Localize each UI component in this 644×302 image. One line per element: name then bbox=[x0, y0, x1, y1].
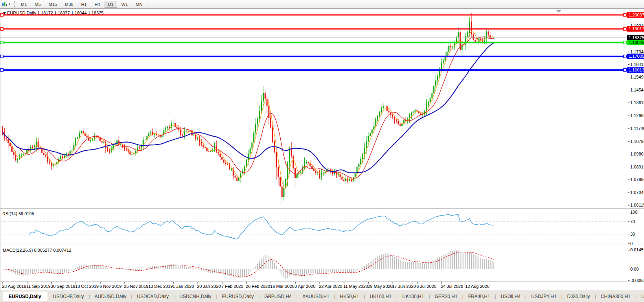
candle-body bbox=[385, 106, 386, 106]
candle-body bbox=[77, 137, 78, 139]
hline-handle[interactable] bbox=[0, 41, 3, 44]
candle-body bbox=[388, 111, 390, 112]
date-label: 17 Jun 2020 bbox=[392, 284, 416, 289]
timeframe-button-group: M1M5M15M30H1H4D1W1MN bbox=[17, 1, 146, 8]
chart-tab-fra40-h1[interactable]: FRA40,H1 bbox=[464, 292, 495, 301]
candle-body bbox=[165, 128, 166, 130]
candle-body bbox=[9, 143, 11, 146]
hline-handle[interactable] bbox=[0, 55, 3, 58]
candle-body bbox=[268, 106, 269, 118]
date-label: 3 Apr 2020 bbox=[294, 284, 315, 289]
hline-1.16013[interactable] bbox=[0, 69, 628, 71]
candle-body bbox=[471, 22, 472, 35]
date-label: 1 Jan 2020 bbox=[173, 284, 194, 289]
candle-body bbox=[39, 147, 40, 148]
hline-handle[interactable] bbox=[0, 14, 3, 16]
timeframe-button-d1[interactable]: D1 bbox=[105, 1, 117, 8]
toolbar-separator bbox=[149, 1, 149, 8]
candle-body bbox=[7, 139, 9, 143]
candle-body bbox=[182, 135, 183, 135]
chart-tab-uk100-h1[interactable]: UK100,H1 bbox=[398, 292, 428, 301]
chart-tab-usoil-h4[interactable]: USOil,H4 bbox=[497, 292, 525, 301]
candle-body bbox=[430, 98, 431, 102]
candle-body bbox=[221, 157, 223, 159]
timeframe-button-m5[interactable]: M5 bbox=[31, 1, 44, 8]
candle-body bbox=[411, 113, 412, 115]
candle-body bbox=[289, 149, 290, 163]
hline-1.19017[interactable] bbox=[0, 27, 628, 30]
hline-price-label: 1.17005 bbox=[627, 54, 644, 59]
candle-body bbox=[143, 140, 144, 145]
chart-tab-usoil-h1[interactable]: USOil,H1 bbox=[637, 292, 644, 301]
chart-type-dropdown-icon[interactable]: ▾ bbox=[9, 2, 10, 6]
timeframe-button-h4[interactable]: H4 bbox=[91, 1, 103, 8]
hline-handle[interactable] bbox=[624, 55, 626, 58]
date-label: 11 May 2020 bbox=[343, 284, 368, 289]
hline-handle[interactable] bbox=[624, 14, 626, 16]
chart-tab-hk50-h1[interactable]: HK50,H1 bbox=[336, 292, 364, 301]
toolbar-grip[interactable] bbox=[14, 1, 15, 7]
candle-body bbox=[379, 112, 380, 116]
hline-handle[interactable] bbox=[624, 41, 626, 44]
candle-body bbox=[413, 112, 414, 113]
chart-tab-gbpusd-h4[interactable]: GBPUSD,H4 bbox=[260, 292, 296, 301]
hline-price-label: 1.16013 bbox=[627, 67, 644, 73]
macd-tick-label: 0.014556 bbox=[630, 247, 644, 252]
chart-type-icon[interactable] bbox=[1, 1, 8, 7]
candle-body bbox=[381, 108, 382, 112]
chart-tab-china300-h1[interactable]: CHINA300,H1 bbox=[596, 292, 635, 301]
price-tick-label: 1.09865 bbox=[630, 152, 644, 156]
candle-body bbox=[251, 143, 252, 148]
chart-tab-bar: EURUSD,DailyUSDCHF,Daily|AUDUSD,Daily|US… bbox=[0, 291, 644, 302]
hline-handle[interactable] bbox=[0, 69, 3, 71]
timeframe-button-mn[interactable]: MN bbox=[132, 1, 146, 8]
chart-tab-dj30-daily[interactable]: DJ30,Daily bbox=[563, 292, 594, 301]
timeframe-button-h1[interactable]: H1 bbox=[77, 1, 90, 8]
date-label: 16 Mar 2020 bbox=[270, 284, 294, 289]
candle-body bbox=[109, 151, 110, 152]
hline-handle[interactable] bbox=[624, 27, 626, 30]
chart-tab-usdchf-daily[interactable]: USDCHF,Daily bbox=[49, 292, 88, 301]
hline-1.17005[interactable] bbox=[0, 55, 628, 58]
chart-tab-usdcad-daily[interactable]: USDCAD,Daily bbox=[132, 292, 173, 301]
date-label: 13 Dec 2019 bbox=[148, 284, 173, 289]
candle-body bbox=[246, 160, 247, 167]
hline-price-label-text: 1.19017 bbox=[629, 26, 644, 31]
candle-body bbox=[90, 140, 91, 141]
candle-body bbox=[308, 162, 309, 163]
candle-body bbox=[317, 173, 318, 173]
candle-body bbox=[278, 167, 279, 177]
chart-window: ▼ EURUSD,Daily 1.18172 1.18377 1.18044 1… bbox=[0, 9, 644, 291]
chart-shift-marker-icon[interactable] bbox=[556, 10, 561, 13]
timeframe-button-m30[interactable]: M30 bbox=[61, 1, 77, 8]
timeframe-button-w1[interactable]: W1 bbox=[118, 1, 132, 8]
chart-tab-audusd-daily[interactable]: AUDUSD,Daily bbox=[90, 292, 131, 301]
candle-body bbox=[103, 142, 105, 143]
chart-tab-ger30-h1[interactable]: GER30,H1 bbox=[431, 292, 462, 301]
chart-tab-usdjpy-h1[interactable]: USDJPY,H1 bbox=[527, 292, 561, 301]
chart-tab-uk100-h1[interactable]: UK100,H1 bbox=[366, 292, 396, 301]
candle-body bbox=[397, 121, 399, 124]
rsi-line bbox=[29, 214, 494, 239]
candle-body bbox=[139, 148, 140, 148]
chart-tab-eurusd-daily[interactable]: EURUSD,Daily bbox=[3, 292, 47, 301]
hline-handle[interactable] bbox=[624, 69, 626, 71]
chart-tab-eurusd-daily[interactable]: EURUSD,Daily bbox=[218, 292, 258, 301]
candle-body bbox=[193, 135, 195, 135]
hline-1.20037[interactable] bbox=[0, 14, 628, 16]
date-label: 26 Feb 2020 bbox=[246, 284, 270, 289]
candle-body bbox=[276, 152, 277, 167]
candle-body bbox=[315, 171, 316, 173]
chart-tab-usdcnh-daily[interactable]: USDCNH,Daily bbox=[175, 292, 215, 301]
price-tick-label: 1.12665 bbox=[630, 113, 644, 118]
candle-body bbox=[186, 132, 187, 132]
timeframe-button-m1[interactable]: M1 bbox=[17, 1, 30, 8]
chart-tab-xauusd-h1[interactable]: XAUUSD,H1 bbox=[298, 292, 334, 301]
price-chart-canvas[interactable]: 1.192151.182651.173401.164151.154901.145… bbox=[0, 9, 644, 291]
hline-1.18025[interactable] bbox=[0, 41, 628, 44]
timeframe-button-m15[interactable]: M15 bbox=[45, 1, 61, 8]
price-tick-label: 1.10790 bbox=[630, 139, 644, 144]
price-tick-label: 1.06115 bbox=[630, 203, 644, 207]
hline-handle[interactable] bbox=[0, 27, 3, 30]
candle-body bbox=[433, 86, 434, 93]
